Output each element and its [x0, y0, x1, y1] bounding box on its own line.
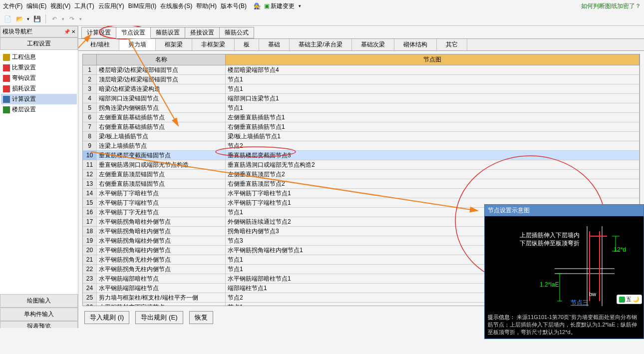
table-rownum[interactable]: 2 [83, 75, 97, 84]
table-rownum[interactable]: 12 [83, 170, 97, 179]
table-name-cell[interactable]: 水平钢筋拐角端柱外侧节点 [97, 236, 226, 246]
menu-cloud[interactable]: 云应用(Y) [98, 2, 124, 10]
bottom-btn-report[interactable]: 报表预览 [0, 321, 78, 328]
table-node-cell[interactable]: 垂直筋遇洞口或端部无节点构造2 [226, 160, 640, 170]
tab-top-4[interactable]: 箍筋公式 [219, 27, 254, 38]
nav-section-project[interactable]: 工程设置 [0, 37, 78, 50]
table-rownum[interactable]: 25 [83, 293, 97, 303]
tab-sec-9[interactable]: 其它 [437, 39, 467, 50]
ime-badge[interactable]: 五 🌙 [617, 295, 642, 304]
redo-icon[interactable]: ↷ [67, 14, 76, 23]
menu-view[interactable]: 视图(V) [50, 2, 70, 10]
table-node-cell[interactable]: 节点1 [226, 103, 640, 113]
table-node-cell[interactable]: 楼层暗梁端部节点4 [226, 65, 640, 75]
tab-sec-0[interactable]: 柱/墙柱 [81, 39, 119, 50]
table-rownum[interactable]: 26 [83, 303, 97, 306]
table-rownum[interactable]: 19 [83, 236, 97, 246]
table-name-cell[interactable]: 拐角连梁内侧钢筋节点 [97, 103, 226, 113]
table-name-cell[interactable]: 水平钢筋拐角无柱内侧节点 [97, 265, 226, 274]
nav-item-0[interactable]: 工程信息 [1, 52, 77, 62]
table-name-cell[interactable]: 楼层暗梁/边框梁端部锚固节点 [97, 65, 226, 75]
table-node-cell[interactable]: 端部洞口连梁节点1 [226, 94, 640, 103]
menu-tools[interactable]: 工具(T) [74, 2, 94, 10]
table-node-cell[interactable]: 左侧垂直筋插筋节点1 [226, 113, 640, 122]
menu-version[interactable]: 版本号(B) [221, 2, 247, 10]
nav-item-1[interactable]: 比重设置 [1, 62, 77, 73]
table-name-cell[interactable]: 水平钢筋拐角暗柱外侧节点 [97, 217, 226, 227]
table-node-cell[interactable]: 右侧垂直筋顶层节点2 [226, 179, 640, 189]
tab-sec-7[interactable]: 基础次梁 [352, 39, 394, 50]
menu-online[interactable]: 在线服务(S) [160, 2, 192, 10]
table-name-cell[interactable]: 右侧垂直筋顶层锚固节点 [97, 179, 226, 189]
nav-item-3[interactable]: 损耗设置 [1, 83, 77, 94]
table-rownum[interactable]: 23 [83, 274, 97, 284]
table-name-cell[interactable]: 顶层暗梁/边框梁端部锚固节点 [97, 75, 226, 84]
tab-top-1[interactable]: 节点设置 [116, 27, 151, 38]
table-rownum[interactable]: 3 [83, 84, 97, 94]
menu-file[interactable]: 文件(F) [3, 2, 22, 10]
tab-sec-8[interactable]: 砌体结构 [394, 39, 437, 50]
table-rownum[interactable]: 13 [83, 179, 97, 189]
table-rownum[interactable]: 18 [83, 227, 97, 236]
table-node-cell[interactable]: 右侧垂直筋插筋节点1 [226, 122, 640, 132]
menu-help[interactable]: 帮助(H) [196, 2, 217, 10]
table-node-cell[interactable]: 梁/板上墙插筋节点1 [226, 132, 640, 141]
table-rownum[interactable]: 15 [83, 198, 97, 208]
table-name-cell[interactable]: 左侧垂直筋基础插筋节点 [97, 113, 226, 122]
tab-sec-5[interactable]: 基础 [259, 39, 290, 50]
table-rownum[interactable]: 11 [83, 160, 97, 170]
table-node-cell[interactable]: 节点1 [226, 84, 640, 94]
table-name-cell[interactable]: 水平钢筋斜交丁字墙节点 [97, 303, 226, 306]
tab-sec-1[interactable]: 剪力墙 [119, 39, 156, 50]
table-name-cell[interactable]: 梁/板上墙插筋节点 [97, 132, 226, 141]
table-node-cell[interactable]: 节点2 [226, 141, 640, 151]
table-name-cell[interactable]: 水平钢筋丁字暗柱节点 [97, 189, 226, 198]
table-name-cell[interactable]: 水平钢筋端部端柱节点 [97, 284, 226, 293]
new-file-icon[interactable]: 📄 [3, 14, 12, 23]
tab-top-0[interactable]: 计算设置 [81, 27, 116, 38]
bottom-btn-draw[interactable]: 绘图输入 [0, 294, 78, 308]
table-node-cell[interactable]: 水平钢筋丁字暗柱节点1 [226, 189, 640, 198]
table-name-cell[interactable]: 端部洞口连梁锚固节点 [97, 94, 226, 103]
tab-sec-6[interactable]: 基础主梁/承台梁 [290, 39, 351, 50]
preview-node-link[interactable]: 节点三 [571, 299, 589, 307]
menu-bim[interactable]: BIM应用(I) [128, 2, 157, 10]
table-rownum[interactable]: 7 [83, 122, 97, 132]
undo-icon[interactable]: ↶ [50, 14, 59, 23]
tab-sec-2[interactable]: 框架梁 [156, 39, 192, 50]
pin-icon[interactable]: 📌 ✕ [64, 29, 75, 34]
tab-top-3[interactable]: 搭接设置 [185, 27, 220, 38]
table-rownum[interactable]: 14 [83, 189, 97, 198]
export-rule-button[interactable]: 导出规则 (E) [135, 311, 183, 324]
table-rownum[interactable]: 9 [83, 141, 97, 151]
table-name-cell[interactable]: 水平钢筋拐角端柱内侧节点 [97, 246, 226, 255]
restore-button[interactable]: 恢复 [189, 311, 213, 324]
tab-sec-3[interactable]: 非框架梁 [192, 39, 235, 50]
table-name-cell[interactable]: 水平钢筋端部暗柱节点 [97, 274, 226, 284]
table-name-cell[interactable]: 水平钢筋拐角暗柱内侧节点 [97, 227, 226, 236]
tab-sec-4[interactable]: 板 [235, 39, 259, 50]
table-rownum[interactable]: 24 [83, 284, 97, 293]
table-rownum[interactable]: 4 [83, 94, 97, 103]
nav-item-5[interactable]: 楼层设置 [1, 104, 77, 115]
hint-link[interactable]: 如何判断图纸加密了？ [581, 2, 641, 10]
table-name-cell[interactable]: 暗梁/边框梁遇连梁构造 [97, 84, 226, 94]
table-rownum[interactable]: 10 [83, 151, 97, 160]
table-rownum[interactable]: 8 [83, 132, 97, 141]
table-name-cell[interactable]: 垂直筋楼层变截面锚固节点 [97, 151, 226, 160]
tab-top-2[interactable]: 箍筋设置 [150, 27, 185, 38]
table-name-cell[interactable]: 连梁上墙插筋节点 [97, 141, 226, 151]
table-node-cell[interactable]: 节点1 [226, 75, 640, 84]
table-rownum[interactable]: 22 [83, 265, 97, 274]
table-rownum[interactable]: 20 [83, 246, 97, 255]
table-rownum[interactable]: 21 [83, 255, 97, 265]
nav-item-2[interactable]: 弯钩设置 [1, 73, 77, 83]
table-name-cell[interactable]: 右侧垂直筋基础插筋节点 [97, 122, 226, 132]
table-rownum[interactable]: 6 [83, 113, 97, 122]
table-name-cell[interactable]: 左侧垂直筋顶层锚固节点 [97, 170, 226, 179]
table-rownum[interactable]: 16 [83, 208, 97, 217]
new-change-button[interactable]: 新建变更 [271, 2, 295, 10]
import-rule-button[interactable]: 导入规则 (I) [84, 311, 129, 324]
table-name-cell[interactable]: 垂直钢筋遇洞口或端部无节点构造 [97, 160, 226, 170]
table-name-cell[interactable]: 水平钢筋拐角无柱外侧节点 [97, 255, 226, 265]
